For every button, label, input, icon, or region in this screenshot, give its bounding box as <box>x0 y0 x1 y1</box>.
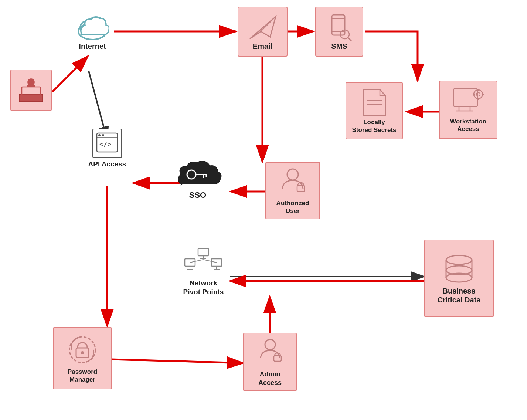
admin-label2: Access <box>258 379 282 387</box>
workstation-label2: Access <box>457 125 479 133</box>
svg-line-65 <box>190 260 203 262</box>
svg-rect-78 <box>274 356 281 361</box>
svg-point-36 <box>474 90 483 99</box>
svg-line-10 <box>52 56 88 92</box>
hacker-node <box>10 70 52 111</box>
business-critical-node: Business Critical Data <box>424 240 494 317</box>
network-pivot-node: Network Pivot Points <box>173 244 234 296</box>
workstation-node: Workstation Access <box>439 81 497 139</box>
sms-label: SMS <box>331 42 347 51</box>
svg-rect-22 <box>22 87 40 95</box>
password-manager-node: Password Manager <box>53 327 112 389</box>
svg-line-66 <box>203 260 217 262</box>
locally-label1: Locally <box>363 119 385 126</box>
auth-user-label1: Authorized <box>276 199 309 207</box>
api-access-node: </> API Access <box>79 129 135 168</box>
pw-manager-label2: Manager <box>69 376 95 383</box>
workstation-label1: Workstation <box>450 118 486 125</box>
svg-line-15 <box>112 359 243 363</box>
email-node: Email <box>238 7 288 57</box>
sso-node: SSO <box>168 159 227 200</box>
internet-node: Internet <box>65 15 120 51</box>
network-pivot-label2: Pivot Points <box>183 288 224 296</box>
biz-label2: Critical Data <box>438 296 481 304</box>
diagram-container: Internet Email SMS <box>0 0 527 420</box>
internet-icon <box>76 15 109 41</box>
svg-point-47 <box>98 134 101 136</box>
admin-label1: Admin <box>260 370 280 379</box>
auth-user-label2: User <box>286 207 300 215</box>
svg-point-48 <box>102 134 104 136</box>
svg-point-54 <box>287 169 298 180</box>
svg-rect-27 <box>332 15 345 35</box>
email-label: Email <box>253 42 272 51</box>
admin-access-node: Admin Access <box>243 333 297 391</box>
sso-label: SSO <box>189 190 206 200</box>
authorized-user-node: Authorized User <box>265 162 320 219</box>
sms-node: SMS <box>315 7 363 57</box>
svg-marker-24 <box>250 17 276 39</box>
svg-point-76 <box>81 351 84 354</box>
svg-text:</>: </> <box>99 140 112 148</box>
api-access-label: API Access <box>88 160 126 168</box>
svg-rect-32 <box>453 89 477 106</box>
locally-label2: Stored Secrets <box>352 126 397 134</box>
internet-label: Internet <box>79 42 106 51</box>
network-pivot-label1: Network <box>190 279 217 288</box>
biz-label1: Business <box>443 286 476 296</box>
svg-point-67 <box>446 255 472 264</box>
svg-rect-55 <box>297 186 305 192</box>
svg-point-77 <box>265 339 275 350</box>
locally-stored-node: Locally Stored Secrets <box>346 82 403 139</box>
pw-manager-label1: Password <box>68 368 97 376</box>
svg-rect-59 <box>198 248 208 256</box>
svg-line-31 <box>348 38 351 41</box>
